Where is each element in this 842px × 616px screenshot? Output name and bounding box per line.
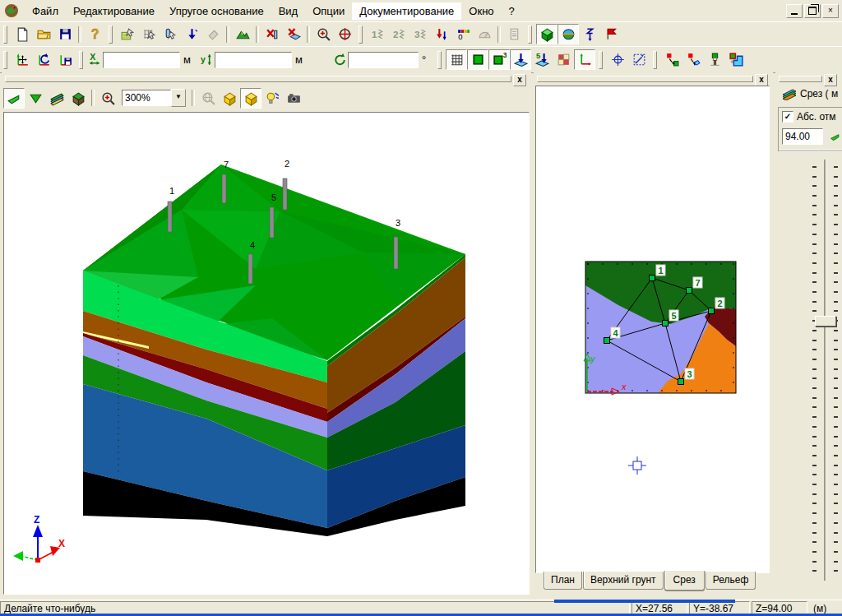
scene-3d-canvas[interactable]: 1 7 2 5 4 (3, 112, 530, 595)
open-file-button[interactable] (33, 24, 54, 44)
center-view-button[interactable] (607, 49, 628, 70)
abs-elevation-checkbox[interactable]: ✓ (782, 111, 793, 123)
zoom-in-button[interactable] (312, 24, 334, 44)
zoom-extents-button[interactable] (334, 24, 355, 44)
show-axes-button[interactable] (574, 49, 595, 70)
restore-button[interactable] (804, 4, 821, 18)
toolbar-grip[interactable] (653, 51, 657, 69)
menu-window[interactable]: Окно (461, 2, 501, 20)
pan-view-button[interactable] (12, 49, 33, 70)
show-slice-5-button[interactable]: 5 (531, 49, 553, 70)
tab-plan[interactable]: План (544, 572, 582, 590)
move-point-green-button[interactable] (661, 49, 682, 70)
paint-region-button[interactable] (704, 49, 725, 70)
layers-wedge-button[interactable] (46, 88, 67, 109)
relief-button[interactable] (232, 24, 253, 44)
apply-elevation-button[interactable] (826, 127, 842, 146)
toolbar-grip[interactable] (599, 51, 603, 69)
slope-down-button[interactable] (25, 88, 46, 109)
zoom-level-input[interactable] (122, 90, 171, 106)
panel-close-button[interactable]: x (824, 74, 837, 86)
minimize-button[interactable] (786, 4, 803, 18)
x-offset-input[interactable] (103, 52, 180, 68)
menu-file[interactable]: Файл (25, 2, 66, 20)
snapshot-button[interactable] (283, 88, 304, 109)
elevation-slider[interactable] (775, 155, 842, 588)
toolbar-grip[interactable] (109, 25, 113, 44)
elevation-input[interactable] (782, 128, 823, 145)
spring-1-button[interactable]: 1 (367, 24, 388, 44)
zoom-level-dropdown-button[interactable]: ▼ (171, 89, 186, 107)
edit-extra-button[interactable] (202, 24, 224, 44)
crosshair-marker[interactable] (628, 456, 646, 475)
levels-button[interactable] (431, 24, 452, 44)
tab-relief[interactable]: Рельеф (706, 572, 756, 590)
delete-borehole-button[interactable] (261, 24, 283, 44)
show-grid-button[interactable] (446, 49, 467, 70)
menu-elastic-foundation[interactable]: Упругое основание (162, 2, 271, 20)
close-button[interactable]: × (822, 4, 839, 18)
menu-options[interactable]: Опции (305, 2, 352, 20)
edit-surface-button[interactable] (117, 24, 138, 44)
solid-box-active-button[interactable] (240, 88, 261, 109)
toolbar-grip[interactable] (79, 51, 83, 69)
render-options-button[interactable] (261, 88, 283, 109)
slope-up-button[interactable] (3, 88, 25, 109)
view-3d-model-button[interactable] (536, 24, 557, 44)
block-map-button[interactable] (67, 88, 89, 109)
spring-2-button[interactable]: 2 (388, 24, 409, 44)
toolbar-grip[interactable] (528, 25, 532, 44)
delete-surface-button[interactable] (283, 24, 304, 44)
report-button[interactable] (503, 24, 525, 44)
plan-canvas[interactable]: y x 1 7 2 (535, 86, 770, 573)
menu-edit[interactable]: Редактирование (66, 2, 162, 20)
toolbar-grip[interactable] (359, 25, 363, 44)
panel-close-button[interactable]: x (755, 74, 768, 86)
slice-header[interactable]: Срез ( м (782, 87, 838, 100)
solid-box-button[interactable] (219, 88, 240, 109)
save-view-button[interactable] (54, 49, 76, 70)
fit-view-button[interactable] (628, 49, 650, 70)
panel-close-button[interactable]: x (513, 74, 526, 86)
edit-borehole-button[interactable] (160, 24, 181, 44)
menu-view[interactable]: Вид (271, 2, 306, 20)
edit-grid-button[interactable] (138, 24, 160, 44)
close-icon: x (828, 75, 833, 84)
slope-angle-button[interactable] (474, 24, 495, 44)
tab-slice[interactable]: Срез (664, 571, 705, 591)
move-point-blue-button[interactable] (682, 49, 704, 70)
panel-drag-handle[interactable] (537, 76, 753, 82)
region-shape-button[interactable] (725, 49, 747, 70)
view-borehole-column-button[interactable] (579, 24, 600, 44)
menu-documentation[interactable]: Документирование (352, 2, 461, 20)
menu-help[interactable]: ? (502, 2, 522, 20)
slider-track[interactable] (824, 160, 827, 581)
zoom-globe-button[interactable] (197, 88, 219, 109)
view-flag-button[interactable] (600, 24, 622, 44)
slider-thumb[interactable] (815, 316, 836, 327)
show-top-soil-3-button[interactable]: 3 (488, 49, 510, 70)
help-button[interactable]: ? (84, 24, 105, 44)
reset-view-button[interactable] (33, 49, 54, 70)
x-offset-icon: X (87, 52, 103, 67)
spring-3-button[interactable]: 3 (409, 24, 431, 44)
y-offset-input[interactable] (215, 52, 292, 68)
toolbar-grip[interactable] (3, 51, 7, 69)
toolbar-grip[interactable] (3, 25, 7, 44)
show-legend-button[interactable] (553, 49, 574, 70)
new-document-button[interactable] (12, 24, 33, 44)
show-slice-button[interactable] (510, 49, 531, 70)
rotate-icon (332, 52, 348, 67)
set-level-button[interactable] (181, 24, 202, 44)
panel-drag-handle[interactable] (779, 76, 822, 82)
save-file-button[interactable] (54, 24, 76, 44)
rotation-input[interactable] (348, 52, 419, 68)
scene-zoom-in-button[interactable] (97, 88, 118, 109)
view-layers-button[interactable] (557, 24, 579, 44)
toolbar-grip[interactable] (437, 51, 442, 69)
tab-top-soil[interactable]: Верхний грунт (583, 572, 664, 590)
layers-wedge-icon (49, 90, 65, 106)
panel-drag-handle[interactable] (5, 76, 511, 82)
color-scale-button[interactable]: 0 (452, 24, 474, 44)
show-top-soil-button[interactable] (467, 49, 488, 70)
